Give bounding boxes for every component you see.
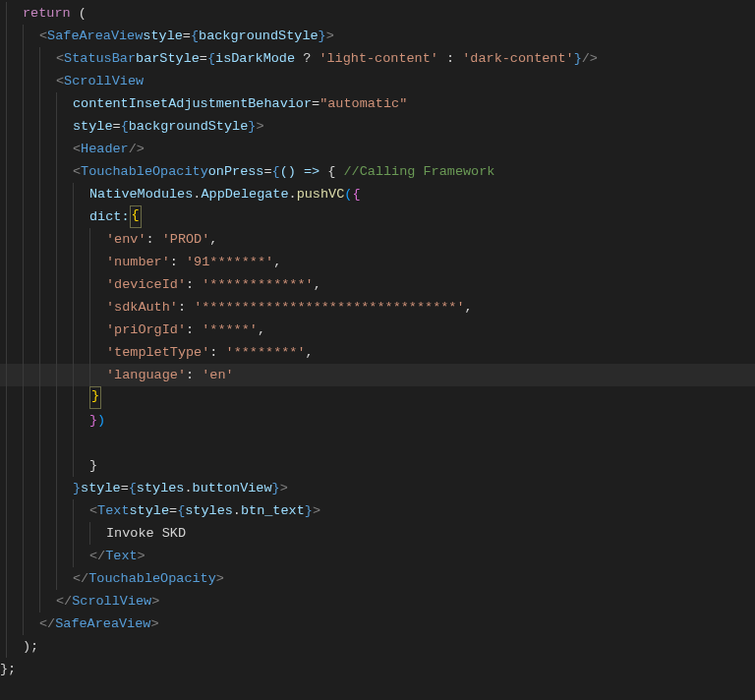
code-line: } style={styles.buttonView}>	[0, 477, 755, 499]
code-line: <Header />	[0, 138, 755, 160]
bracket-match-icon: {	[130, 205, 142, 228]
code-line: </ScrollView>	[0, 590, 755, 612]
code-line: return (	[0, 2, 755, 25]
keyword-return: return	[23, 2, 71, 25]
code-line: style={backgroundStyle}>	[0, 115, 755, 138]
code-line: <SafeAreaView style={backgroundStyle}>	[0, 25, 755, 47]
comment: //Calling Framework	[343, 160, 494, 183]
bracket-match-icon: }	[89, 386, 101, 409]
code-line: );	[0, 635, 755, 658]
jsx-tag: ScrollView	[64, 70, 144, 92]
code-line: 'priOrgId': '*****',	[0, 319, 755, 341]
function-call: pushVC	[297, 183, 345, 205]
jsx-tag: TouchableOpacity	[81, 160, 208, 183]
code-line: </Text>	[0, 545, 755, 567]
code-line: }	[0, 454, 755, 477]
code-line: </TouchableOpacity>	[0, 567, 755, 590]
jsx-tag: Text	[97, 499, 129, 522]
code-line: };	[0, 658, 755, 680]
jsx-text: Invoke SKD	[106, 522, 186, 545]
code-line: })	[0, 409, 755, 432]
code-line: 'number': '91*******',	[0, 251, 755, 273]
code-line: Invoke SKD	[0, 522, 755, 545]
code-line	[0, 432, 755, 454]
code-line: 'env': 'PROD',	[0, 228, 755, 251]
jsx-tag: Header	[81, 138, 129, 160]
code-editor[interactable]: return ( <SafeAreaView style={background…	[0, 2, 755, 680]
code-line: <ScrollView	[0, 70, 755, 92]
jsx-tag: StatusBar	[64, 47, 136, 70]
jsx-tag: SafeAreaView	[47, 25, 143, 47]
code-line: </SafeAreaView>	[0, 612, 755, 635]
code-line: 'deviceId': '************',	[0, 273, 755, 296]
code-line: }	[0, 386, 755, 409]
code-line-highlighted: 'language': 'en'	[0, 364, 755, 386]
code-line: <TouchableOpacity onPress={() => { //Cal…	[0, 160, 755, 183]
code-line: NativeModules.AppDelegate.pushVC({	[0, 183, 755, 205]
code-line: <Text style={styles.btn_text}>	[0, 499, 755, 522]
code-line: <StatusBar barStyle={isDarkMode ? 'light…	[0, 47, 755, 70]
code-line: contentInsetAdjustmentBehavior="automati…	[0, 92, 755, 115]
code-line: dict: {	[0, 205, 755, 228]
code-line: 'templetType': '********',	[0, 341, 755, 364]
code-line: 'sdkAuth': '****************************…	[0, 296, 755, 319]
